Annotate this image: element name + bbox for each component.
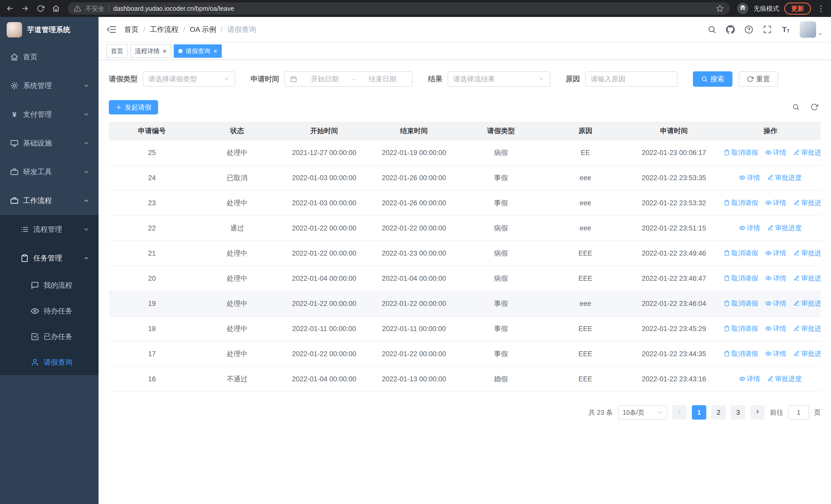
end-date-input[interactable] — [358, 75, 407, 83]
page-button-3[interactable]: 3 — [731, 405, 745, 420]
sidebar-item-label: 我的流程 — [44, 280, 89, 290]
action-cancel[interactable]: 取消请假 — [724, 249, 758, 258]
action-progress[interactable]: 审批进度 — [767, 375, 802, 383]
bookmark-star-icon[interactable] — [716, 5, 724, 12]
font-size-icon[interactable]: TT — [781, 25, 791, 34]
breadcrumb-item[interactable]: OA 示例 — [190, 25, 216, 34]
sidebar-toggle-icon[interactable] — [98, 17, 124, 42]
tab-process-detail[interactable]: 流程详情× — [131, 45, 171, 58]
tab-leave-query[interactable]: 请假查询× — [174, 45, 222, 58]
action-detail[interactable]: 详情 — [765, 299, 786, 308]
cell-apply-time: 2022-01-22 23:45:29 — [628, 316, 720, 341]
action-cancel[interactable]: 取消请假 — [724, 349, 758, 358]
sidebar-item-leave-query[interactable]: 请假查询 — [0, 350, 98, 375]
browser-reload-icon[interactable] — [36, 4, 45, 13]
reason-input[interactable] — [591, 75, 672, 83]
tab-home[interactable]: 首页 — [106, 45, 128, 58]
action-cancel[interactable]: 取消请假 — [724, 324, 758, 333]
action-progress[interactable]: 审批进度 — [794, 249, 821, 258]
prev-page-button[interactable] — [672, 405, 687, 420]
breadcrumb-item[interactable]: 首页 — [124, 25, 139, 34]
header-search-icon[interactable] — [707, 25, 717, 34]
action-detail[interactable]: 详情 — [765, 148, 786, 157]
reset-button[interactable]: 重置 — [739, 71, 778, 87]
action-progress[interactable]: 审批进度 — [794, 299, 821, 308]
action-detail[interactable]: 详情 — [765, 349, 786, 358]
chevron-down-icon — [83, 226, 89, 233]
action-detail[interactable]: 详情 — [765, 249, 786, 258]
sidebar-item-done-tasks[interactable]: 已办任务 — [0, 324, 98, 350]
app-logo — [7, 22, 22, 37]
refresh-table-icon[interactable] — [810, 103, 819, 111]
fullscreen-icon[interactable] — [763, 25, 772, 34]
action-detail[interactable]: 详情 — [739, 224, 760, 233]
action-detail[interactable]: 详情 — [765, 274, 786, 283]
cell-apply-time: 2022-01-22 23:43:16 — [628, 366, 720, 392]
sidebar-item-task-management[interactable]: 任务管理 — [0, 244, 98, 272]
start-date-input[interactable] — [300, 75, 349, 83]
sidebar-item-dev-tools[interactable]: 研发工具 — [0, 157, 98, 186]
next-page-button[interactable] — [750, 405, 765, 420]
reason-input-box[interactable] — [585, 71, 678, 87]
search-button[interactable]: 搜索 — [693, 71, 733, 87]
action-progress[interactable]: 审批进度 — [794, 198, 821, 207]
page-size-select[interactable]: 10条/页 — [618, 405, 667, 420]
action-progress[interactable]: 审批进度 — [767, 173, 802, 182]
action-detail[interactable]: 详情 — [765, 324, 786, 333]
github-icon[interactable] — [726, 25, 735, 34]
browser-home-icon[interactable] — [51, 4, 61, 13]
cell-end-time: 2022-01-19 00:00:00 — [369, 140, 459, 165]
breadcrumb-item: 请假查询 — [227, 25, 256, 34]
action-cancel[interactable]: 取消请假 — [724, 148, 758, 157]
sidebar-item-system[interactable]: 系统管理 — [0, 71, 98, 100]
goto-page-input[interactable] — [789, 405, 809, 420]
yen-icon: ¥ — [10, 110, 19, 119]
action-detail[interactable]: 详情 — [739, 173, 760, 182]
column-header: 申请编号 — [109, 122, 195, 140]
table-row: 25处理中2021-12-27 00:00:002022-01-19 00:00… — [109, 140, 821, 165]
leave-type-value[interactable] — [148, 75, 220, 83]
sidebar-item-my-process[interactable]: 我的流程 — [0, 272, 98, 298]
page-unit-label: 页 — [814, 408, 821, 417]
action-cancel[interactable]: 取消请假 — [724, 299, 758, 308]
user-menu[interactable] — [800, 21, 823, 38]
cell-end-time: 2022-01-26 00:00:00 — [369, 165, 459, 190]
toggle-search-icon[interactable] — [792, 103, 800, 111]
browser-update-button[interactable]: 更新 — [784, 3, 811, 14]
result-select[interactable] — [448, 71, 550, 87]
close-icon[interactable]: × — [213, 48, 217, 54]
create-leave-button[interactable]: 发起请假 — [109, 100, 158, 114]
action-label: 详情 — [773, 198, 786, 207]
sidebar-item-payment[interactable]: ¥支付管理 — [0, 100, 98, 129]
action-progress[interactable]: 审批进度 — [794, 274, 821, 283]
leave-type-select[interactable] — [143, 71, 235, 87]
sidebar-item-process-management[interactable]: 流程管理 — [0, 215, 98, 244]
result-value[interactable] — [453, 75, 535, 83]
sidebar-item-home[interactable]: 首页 — [0, 42, 98, 71]
action-cancel[interactable]: 取消请假 — [724, 274, 758, 283]
action-progress[interactable]: 审批进度 — [794, 148, 821, 157]
action-label: 审批进度 — [801, 148, 821, 157]
close-icon[interactable]: × — [163, 48, 167, 54]
action-detail[interactable]: 详情 — [765, 198, 786, 207]
briefcase-icon — [10, 197, 19, 205]
help-icon[interactable] — [744, 25, 753, 34]
sidebar-item-workflow[interactable]: 工作流程 — [0, 186, 98, 215]
breadcrumb-item[interactable]: 工作流程 — [150, 25, 179, 34]
page-button-2[interactable]: 2 — [711, 405, 726, 420]
action-cancel[interactable]: 取消请假 — [724, 198, 758, 207]
apply-time-range-picker[interactable]: - — [284, 71, 413, 87]
sidebar-item-infrastructure[interactable]: 基础设施 — [0, 129, 98, 157]
browser-back-icon[interactable] — [5, 4, 15, 13]
action-progress[interactable]: 审批进度 — [794, 324, 821, 333]
page-button-1[interactable]: 1 — [692, 405, 706, 420]
action-progress[interactable]: 审批进度 — [794, 349, 821, 358]
url-bar[interactable]: 不安全 dashboard.yudao.iocoder.cn/bpm/oa/le… — [68, 2, 730, 14]
action-detail[interactable]: 详情 — [739, 375, 760, 383]
cell-leave-type: 婚假 — [459, 366, 543, 392]
sidebar-logo-row[interactable]: 芋道管理系统 — [0, 17, 98, 42]
action-progress[interactable]: 审批进度 — [767, 224, 802, 233]
sidebar-item-todo-tasks[interactable]: 待办任务 — [0, 298, 98, 324]
browser-menu-icon[interactable]: ⋮ — [816, 4, 826, 13]
browser-forward-icon[interactable] — [21, 4, 30, 13]
